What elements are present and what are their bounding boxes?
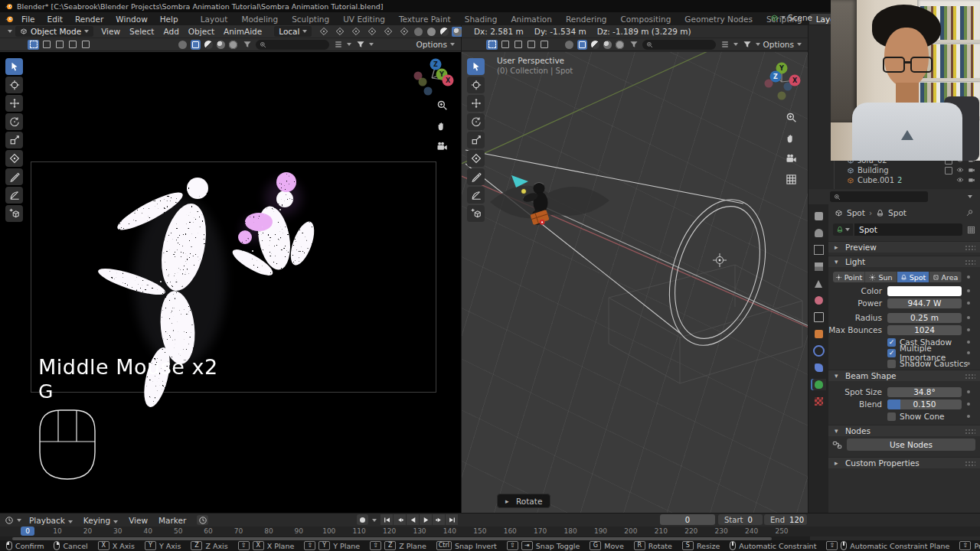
funnel-filter-icon[interactable] bbox=[741, 40, 753, 50]
tab-geometry-nodes[interactable]: Geometry Nodes bbox=[678, 14, 760, 24]
blend-slider[interactable]: 0.150 bbox=[887, 399, 962, 409]
select-intersect-icon[interactable] bbox=[538, 40, 550, 50]
timeline-menu-playback[interactable]: Playback bbox=[24, 516, 77, 525]
timeline-menu-keying[interactable]: Keying bbox=[79, 516, 122, 525]
half-sphere-icon[interactable] bbox=[591, 41, 599, 49]
tool-select-box-button[interactable] bbox=[5, 58, 23, 75]
tool-cursor-button[interactable] bbox=[5, 77, 23, 93]
play-reverse-button[interactable] bbox=[407, 514, 419, 525]
select-new-icon[interactable] bbox=[486, 40, 498, 50]
select-subtract-icon[interactable] bbox=[512, 40, 524, 50]
orientation-selector[interactable]: Local bbox=[274, 26, 312, 37]
prev-keyframe-button[interactable] bbox=[394, 514, 406, 525]
tab-rendering[interactable]: Rendering bbox=[559, 14, 614, 24]
viewport-menu-select[interactable]: Select bbox=[125, 27, 158, 36]
panel-drag-handle[interactable] bbox=[965, 245, 975, 250]
3d-viewport-canvas[interactable]: User Perspective (0) Collection | Spot Y… bbox=[462, 52, 808, 513]
timeline-menu-marker[interactable]: Marker bbox=[154, 516, 191, 525]
navigation-gizmo[interactable]: Z Y X bbox=[410, 57, 456, 99]
shield-icon[interactable] bbox=[967, 226, 975, 234]
tab-animation[interactable]: Animation bbox=[504, 14, 559, 24]
preview-range-icon[interactable] bbox=[197, 515, 208, 525]
tool-select-box-button[interactable] bbox=[467, 58, 485, 75]
properties-tab-scene[interactable] bbox=[811, 278, 826, 289]
current-frame-field[interactable]: 0 bbox=[660, 514, 715, 525]
auto-keyframe-button[interactable] bbox=[357, 514, 368, 525]
funnel-filter-icon[interactable] bbox=[354, 40, 366, 50]
tool-move-button[interactable] bbox=[467, 95, 485, 112]
max-bounces-field[interactable]: 1024 bbox=[887, 325, 962, 335]
viewport-menu-object[interactable]: Object bbox=[184, 27, 219, 36]
tool-scale-button[interactable] bbox=[5, 132, 23, 148]
panel-preview[interactable]: ▸ Preview bbox=[828, 241, 980, 253]
properties-tab-physics[interactable] bbox=[811, 345, 826, 357]
tool-rotate-button[interactable] bbox=[5, 113, 23, 130]
tab-sculpting[interactable]: Sculpting bbox=[285, 14, 336, 24]
breadcrumb-object[interactable]: Spot bbox=[847, 208, 865, 217]
spot-size-field[interactable]: 34.8° bbox=[887, 387, 962, 397]
properties-tab-data[interactable] bbox=[811, 379, 826, 390]
menu-file[interactable]: File bbox=[15, 14, 41, 24]
outliner-row[interactable]: Cube.0012 bbox=[808, 175, 980, 185]
menu-window[interactable]: Window bbox=[109, 14, 153, 24]
zoom-icon[interactable] bbox=[786, 112, 797, 126]
menu-render[interactable]: Render bbox=[69, 14, 109, 24]
tab-modeling[interactable]: Modeling bbox=[234, 14, 285, 24]
selectable-checkbox[interactable] bbox=[945, 167, 952, 174]
panel-drag-handle[interactable] bbox=[965, 259, 975, 265]
datablock-name-field[interactable]: Spot bbox=[854, 223, 962, 236]
animate-dot[interactable] bbox=[967, 316, 970, 319]
animate-dot[interactable] bbox=[967, 302, 970, 305]
timeline-editor-icon[interactable] bbox=[5, 516, 14, 525]
viewport-search-input[interactable] bbox=[642, 40, 716, 50]
viewport-menu-add[interactable]: Add bbox=[158, 27, 183, 36]
operator-panel[interactable]: ▸ Rotate bbox=[497, 494, 550, 508]
camera-icon[interactable] bbox=[968, 176, 975, 185]
scene-selector[interactable]: Scene bbox=[770, 13, 812, 22]
mode-dot-icon[interactable] bbox=[178, 41, 187, 49]
tool-cursor-button[interactable] bbox=[467, 77, 485, 93]
color-swatch[interactable] bbox=[887, 286, 962, 296]
tool-add-cube-button[interactable] bbox=[467, 205, 485, 222]
tool-move-button[interactable] bbox=[5, 95, 23, 112]
animate-dot[interactable] bbox=[967, 362, 970, 365]
eye-icon[interactable] bbox=[956, 176, 964, 185]
overlays-icon[interactable] bbox=[398, 27, 410, 37]
use-nodes-button[interactable]: Use Nodes bbox=[847, 439, 975, 451]
select-extend-icon[interactable] bbox=[499, 40, 511, 50]
tab-layout[interactable]: Layout bbox=[194, 14, 235, 24]
next-keyframe-button[interactable] bbox=[433, 514, 445, 525]
gizmo-toggle-icon[interactable] bbox=[382, 27, 394, 37]
select-subtract-icon[interactable] bbox=[54, 40, 65, 50]
properties-search-input[interactable] bbox=[830, 191, 928, 202]
texture-sphere-icon[interactable] bbox=[603, 41, 612, 49]
animate-dot[interactable] bbox=[967, 276, 970, 279]
light-type-point[interactable]: Point bbox=[833, 272, 865, 282]
shadow-caustics-checkbox[interactable] bbox=[887, 360, 896, 368]
tool-transform-button[interactable] bbox=[5, 150, 23, 167]
power-field[interactable]: 944.7 W bbox=[887, 298, 962, 308]
tool-measure-button[interactable] bbox=[5, 187, 23, 204]
properties-tab-world[interactable] bbox=[811, 295, 826, 306]
multiple-importance-checkbox[interactable]: ✓ bbox=[887, 349, 896, 357]
world-sphere-icon[interactable] bbox=[616, 41, 624, 49]
properties-tab-render[interactable] bbox=[811, 227, 826, 239]
pin-icon[interactable] bbox=[965, 209, 974, 217]
frame-end-field[interactable]: End120 bbox=[764, 514, 807, 525]
texture-sphere-icon[interactable] bbox=[217, 41, 225, 49]
select-invert-icon[interactable] bbox=[67, 40, 78, 50]
jump-start-button[interactable] bbox=[381, 514, 393, 525]
play-button[interactable] bbox=[420, 514, 432, 525]
radius-field[interactable]: 0.25 m bbox=[887, 313, 962, 323]
mode-dot-icon[interactable] bbox=[565, 41, 573, 49]
breadcrumb-data[interactable]: Spot bbox=[888, 208, 906, 217]
paint-bucket-icon[interactable] bbox=[628, 40, 639, 50]
shading-solid-button[interactable] bbox=[426, 27, 437, 37]
select-new-icon[interactable] bbox=[28, 40, 39, 50]
solid-toggle-icon[interactable] bbox=[191, 40, 201, 50]
panel-drag-handle[interactable] bbox=[965, 429, 975, 434]
properties-tab-tool[interactable] bbox=[811, 210, 826, 222]
solid-toggle-icon[interactable] bbox=[577, 40, 587, 50]
animate-dot[interactable] bbox=[967, 351, 970, 354]
tool-add-cube-button[interactable] bbox=[5, 205, 23, 222]
